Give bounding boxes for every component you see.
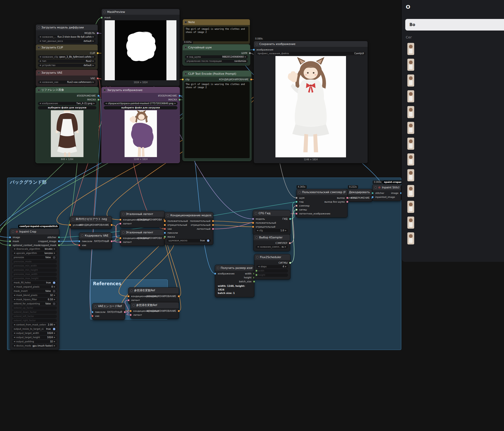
node-header[interactable]: 参照潜在変数Ref xyxy=(129,288,179,293)
node-load-vae[interactable]: Загрузить VAEVAE◀название_vaeflux2-vae.s… xyxy=(36,69,98,87)
increment-arrow-icon[interactable]: ▶ xyxy=(93,102,95,105)
node-ref-latent-ref-2[interactable]: 参照潜在変数RefкондиционированиеКОНДИЦИОНИРОВА… xyxy=(130,302,179,319)
widget-device_mode[interactable]: ◀device_modegpu (much faster)▶ xyxy=(12,344,57,348)
choose-file-button[interactable]: выберите файл для загрузки xyxy=(38,106,96,109)
node-header[interactable]: CLIP Text Encode (Positive Prompt) xyxy=(183,71,251,77)
collapse-dot-icon[interactable] xyxy=(12,230,14,233)
increment-arrow-icon[interactable]: ▶ xyxy=(54,336,55,339)
node-header[interactable]: MaskPreview xyxy=(102,9,180,15)
decrement-arrow-icon[interactable]: ◀ xyxy=(14,344,15,348)
node-ref-latent-ref-1[interactable]: 参照潜在変数RefкондиционированиеКОНДИЦИОНИРОВА… xyxy=(128,287,179,304)
node-ksampler-select[interactable]: Выбор KSamplerСЭМПЛЕР◀название_сэмпл...e… xyxy=(253,234,290,251)
collapse-dot-icon[interactable] xyxy=(122,213,125,215)
collapse-dot-icon[interactable] xyxy=(256,43,258,45)
increment-arrow-icon[interactable]: ▶ xyxy=(54,340,55,343)
widget--_-_-[interactable]: префикс_названия_файлаComfyUI xyxy=(256,52,365,55)
output-port[interactable] xyxy=(58,244,60,246)
increment-arrow-icon[interactable]: ▶ xyxy=(93,59,94,63)
collapse-dot-icon[interactable] xyxy=(103,11,106,13)
decrement-arrow-icon[interactable]: ◀ xyxy=(39,39,41,43)
increment-arrow-icon[interactable]: ▶ xyxy=(54,323,55,327)
node-header[interactable]: VAEエンコードRef xyxy=(92,303,125,309)
widget-value[interactable]: ◀clipspace/clipspace-painted-masked-1775… xyxy=(104,102,177,105)
widget--[interactable]: ◀устройствоdefault▶ xyxy=(38,64,96,67)
output-port[interactable] xyxy=(212,220,214,222)
node-header[interactable]: Кондиционирование модели инпейн... xyxy=(165,212,213,218)
node-get-image-size[interactable]: Получить размер изобра...изображениеwidt… xyxy=(215,265,254,297)
node-header[interactable]: Сохранить изображение xyxy=(254,41,368,47)
node-load-diffusion[interactable]: Загрузить модель диффузииМОДЕЛЬ◀название… xyxy=(36,24,98,46)
node-ref-latent-2[interactable]: Эталонный латенткондиционированиеКОНДИЦИ… xyxy=(120,229,165,246)
toggle-knob[interactable] xyxy=(53,303,55,305)
toggle-knob[interactable] xyxy=(53,290,55,292)
output-port[interactable] xyxy=(97,99,100,101)
decrement-arrow-icon[interactable]: ◀ xyxy=(257,229,258,232)
decrement-arrow-icon[interactable]: ◀ xyxy=(39,102,41,105)
input-port[interactable] xyxy=(101,17,103,19)
node-header[interactable]: Декодировать VAE xyxy=(343,189,372,195)
input-port[interactable] xyxy=(119,237,121,239)
node-header[interactable]: CFG Гид xyxy=(253,210,290,216)
node-flux2-scheduler[interactable]: Flux2SchedulerСИГМЫ◀steps4▶widthheight xyxy=(254,254,290,279)
collapse-dot-icon[interactable] xyxy=(185,46,187,49)
decrement-arrow-icon[interactable]: ◀ xyxy=(39,64,41,67)
collapse-dot-icon[interactable] xyxy=(130,289,133,292)
widget-context_from_mask_extend_fa-[interactable]: ◀context_from_mask_extend_fa...2.00▶ xyxy=(12,323,57,327)
collapse-dot-icon[interactable] xyxy=(38,89,40,91)
increment-arrow-icon[interactable]: ▶ xyxy=(245,55,246,59)
output-port[interactable] xyxy=(249,52,251,54)
increment-arrow-icon[interactable]: ▶ xyxy=(175,102,176,105)
widget--_vae[interactable]: ◀название_vaeflux2-vae.safetensors▶ xyxy=(38,81,96,84)
input-port[interactable] xyxy=(127,295,130,297)
increment-arrow-icon[interactable]: ▶ xyxy=(285,245,286,249)
collapse-dot-icon[interactable] xyxy=(122,231,125,234)
decrement-arrow-icon[interactable]: ◀ xyxy=(39,55,41,59)
increment-arrow-icon[interactable]: ▶ xyxy=(54,252,55,255)
collapse-dot-icon[interactable] xyxy=(167,214,169,217)
widget-downscale_algorithm[interactable]: ◀downscale_algorithmbicubic▶ xyxy=(12,247,57,251)
widget-output_target_height[interactable]: ◀output_target_height1024▶ xyxy=(12,336,57,339)
node-mask-preview[interactable]: MaskPreviewmask1024 × 1024 xyxy=(101,9,180,86)
widget-mask_hipass_filter[interactable]: ◀mask_hipass_filter0.10▶ xyxy=(12,298,57,301)
toggle-knob[interactable] xyxy=(53,328,55,330)
node-header[interactable]: Загрузить модель диффузии xyxy=(36,24,98,30)
node-header[interactable]: ⊘Inpaint Stitch xyxy=(373,184,401,190)
input-port[interactable] xyxy=(214,273,216,275)
increment-arrow-icon[interactable]: ▶ xyxy=(93,35,94,39)
output-port[interactable] xyxy=(346,201,348,203)
output-port[interactable] xyxy=(97,95,100,97)
collapse-dot-icon[interactable] xyxy=(81,234,83,237)
queue-thumbnail[interactable] xyxy=(407,232,414,244)
node-custom-sampler[interactable]: 4.365sПользовательский сэмплер (Расшире.… xyxy=(296,189,348,218)
widget-mask_expand_pixels[interactable]: ◀mask_expand_pixels0▶ xyxy=(12,285,57,289)
input-port[interactable] xyxy=(78,244,80,246)
increment-arrow-icon[interactable]: ▶ xyxy=(54,298,55,301)
widget-mask_fill_holes[interactable]: mask_fill_holestrue xyxy=(12,281,57,284)
widget--_-_-[interactable]: ◀тип_данных_весаdefault▶ xyxy=(38,39,96,43)
widget--_-[interactable]: ◀сид_шума988201240680660▶ xyxy=(185,55,248,59)
input-port[interactable] xyxy=(69,224,71,226)
input-port[interactable] xyxy=(253,49,255,51)
collapse-dot-icon[interactable] xyxy=(132,304,135,307)
text-area[interactable]: The girl of image1 is wearing the clothe… xyxy=(184,82,250,158)
output-port[interactable] xyxy=(289,242,291,244)
node-header[interactable]: Кодировать VAE xyxy=(79,233,112,238)
output-port[interactable] xyxy=(179,99,181,101)
output-port[interactable] xyxy=(289,218,291,220)
input-port[interactable] xyxy=(255,270,258,272)
node-vae-encode[interactable]: Кодировать VAEпикселиЛАТЕНТНЫЙvae xyxy=(79,232,112,249)
node-save-image[interactable]: 0.089sСохранить изображениеизображенияпр… xyxy=(254,41,368,163)
node-header[interactable]: Пользовательский сэмплер (Расшире... xyxy=(297,189,347,195)
node-header[interactable]: Получить размер изобра... xyxy=(215,265,254,271)
sidebar-button[interactable]: Во xyxy=(405,19,504,31)
node-clip-text-encode[interactable]: CLIP Text Encode (Positive Prompt)clipКО… xyxy=(182,71,251,161)
widget-steps[interactable]: ◀steps4▶ xyxy=(256,265,288,268)
input-port[interactable] xyxy=(119,219,121,221)
decrement-arrow-icon[interactable]: ◀ xyxy=(14,340,15,343)
queue-thumbnail[interactable] xyxy=(407,122,414,134)
input-port[interactable] xyxy=(372,192,374,194)
widget-mask_invert[interactable]: mask_invertfalse xyxy=(12,289,57,293)
collapse-dot-icon[interactable] xyxy=(38,26,40,29)
output-port[interactable] xyxy=(58,240,60,242)
widget--[interactable]: ◀типflux2▶ xyxy=(38,59,96,63)
